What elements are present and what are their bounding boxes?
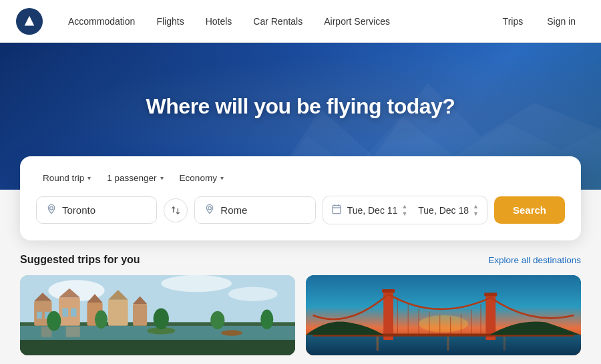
nav-airport-services[interactable]: Airport Services <box>315 11 399 32</box>
destination-input-group[interactable] <box>194 196 315 224</box>
svg-point-28 <box>95 311 108 329</box>
cabin-class-chevron-icon: ▾ <box>220 174 224 182</box>
passengers-button[interactable]: 1 passenger ▾ <box>100 170 170 186</box>
destination-input[interactable] <box>220 204 305 216</box>
swap-button[interactable] <box>164 198 188 222</box>
nav-trips[interactable]: Trips <box>493 11 533 32</box>
search-button[interactable]: Search <box>494 196 565 224</box>
suggestions-title: Suggested trips for you <box>20 254 140 266</box>
origin-input[interactable] <box>62 204 147 216</box>
destination-card-san-francisco[interactable] <box>306 275 581 355</box>
location-icon <box>46 204 57 216</box>
svg-point-29 <box>154 308 169 329</box>
origin-input-group[interactable] <box>36 196 157 224</box>
search-inputs: Tue, Dec 11 ▲ ▼ Tue, Dec 18 ▲ ▼ Search <box>36 196 565 224</box>
date-from[interactable]: Tue, Dec 11 ▲ ▼ <box>347 203 408 217</box>
svg-rect-14 <box>62 308 67 317</box>
cabin-class-label: Economy <box>180 173 217 183</box>
navbar: Accommodation Flights Hotels Car Rentals… <box>0 0 601 43</box>
svg-rect-20 <box>133 304 147 326</box>
svg-rect-38 <box>504 337 506 351</box>
svg-rect-32 <box>20 340 295 355</box>
calendar-icon <box>331 204 342 216</box>
search-card-wrapper: Round trip ▾ 1 passenger ▾ Economy ▾ <box>0 156 601 240</box>
svg-point-26 <box>221 330 242 335</box>
trip-type-button[interactable]: Round trip ▾ <box>36 170 97 186</box>
svg-point-6 <box>161 275 232 292</box>
trip-type-chevron-icon: ▾ <box>87 174 91 182</box>
hero-title: Where will you be flying today? <box>146 94 455 119</box>
passengers-chevron-icon: ▾ <box>160 174 164 182</box>
svg-rect-12 <box>59 298 80 326</box>
nav-sign-in[interactable]: Sign in <box>538 11 585 32</box>
date-from-stepper[interactable]: ▲ ▼ <box>401 203 407 217</box>
svg-rect-37 <box>447 337 449 351</box>
nav-flights[interactable]: Flights <box>147 11 193 32</box>
date-to-label: Tue, Dec 18 <box>418 205 469 216</box>
cabin-class-button[interactable]: Economy ▾ <box>173 170 230 186</box>
date-to-stepper[interactable]: ▲ ▼ <box>473 203 479 217</box>
svg-rect-41 <box>382 289 395 293</box>
svg-point-7 <box>228 287 278 301</box>
date-to[interactable]: Tue, Dec 18 ▲ ▼ <box>418 203 479 217</box>
svg-point-30 <box>210 311 224 329</box>
svg-rect-18 <box>108 300 128 326</box>
explore-all-link[interactable]: Explore all destinations <box>488 255 581 265</box>
svg-rect-2 <box>333 206 341 214</box>
destination-cards <box>20 275 581 355</box>
nav-links: Accommodation Flights Hotels Car Rentals… <box>59 11 493 32</box>
svg-point-27 <box>47 311 61 331</box>
svg-rect-35 <box>306 335 581 355</box>
nav-car-rentals[interactable]: Car Rentals <box>244 11 312 32</box>
svg-rect-24 <box>66 327 80 337</box>
svg-point-0 <box>50 206 53 210</box>
svg-rect-15 <box>71 308 76 317</box>
search-card: Round trip ▾ 1 passenger ▾ Economy ▾ <box>20 156 581 240</box>
nav-hotels[interactable]: Hotels <box>196 11 242 32</box>
passengers-label: 1 passenger <box>107 173 156 183</box>
svg-rect-42 <box>484 293 497 296</box>
suggestions-section: Suggested trips for you Explore all dest… <box>0 240 601 355</box>
trip-type-label: Round trip <box>43 173 84 183</box>
nav-accommodation[interactable]: Accommodation <box>59 11 144 32</box>
destination-location-icon <box>204 204 215 216</box>
svg-point-31 <box>260 310 273 330</box>
destination-card-amsterdam[interactable] <box>20 275 295 355</box>
suggestions-header: Suggested trips for you Explore all dest… <box>20 254 581 266</box>
svg-point-1 <box>208 206 212 210</box>
date-from-label: Tue, Dec 11 <box>347 205 398 216</box>
date-picker[interactable]: Tue, Dec 11 ▲ ▼ Tue, Dec 18 ▲ ▼ <box>323 196 487 224</box>
logo[interactable] <box>16 8 43 35</box>
svg-rect-36 <box>377 337 379 351</box>
nav-right: Trips Sign in <box>493 11 585 32</box>
svg-rect-10 <box>37 312 41 319</box>
search-filters: Round trip ▾ 1 passenger ▾ Economy ▾ <box>36 170 565 186</box>
